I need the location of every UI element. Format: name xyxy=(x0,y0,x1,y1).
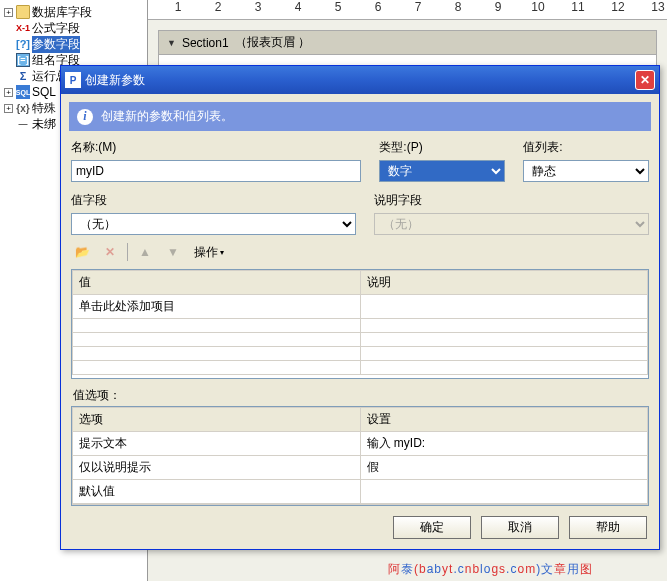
section-description: （报表页眉 ） xyxy=(235,34,310,51)
tree-item-label: 特殊 xyxy=(32,100,56,117)
tree-item-label: 未绑 xyxy=(32,116,56,133)
tree-item-label: 公式字段 xyxy=(32,20,80,37)
add-item-placeholder[interactable]: 单击此处添加项目 xyxy=(73,295,361,319)
sigma-icon: Σ xyxy=(16,69,30,83)
valuefield-select[interactable]: （无） xyxy=(71,213,356,235)
section-header[interactable]: ▼ Section1 （报表页眉 ） xyxy=(159,31,656,55)
expand-icon[interactable]: + xyxy=(4,104,13,113)
tree-item-label: 数据库字段 xyxy=(32,4,92,21)
option-row[interactable]: 提示文本输入 myID: xyxy=(73,432,648,456)
values-grid[interactable]: 值 说明 单击此处添加项目 xyxy=(71,269,649,379)
info-banner: i 创建新的参数和值列表。 xyxy=(69,102,651,131)
value-options-label: 值选项： xyxy=(61,379,659,406)
formula-icon: X-1 xyxy=(16,21,30,35)
help-button[interactable]: 帮助 xyxy=(569,516,647,539)
database-icon xyxy=(16,5,30,19)
dialog-titlebar[interactable]: P 创建新参数 ✕ xyxy=(61,66,659,94)
col-header-value[interactable]: 值 xyxy=(73,271,361,295)
folder-open-icon: 📂 xyxy=(75,245,90,259)
name-input[interactable] xyxy=(71,160,361,182)
tree-item-formula-fields[interactable]: X-1 公式字段 xyxy=(2,20,145,36)
section-name: Section1 xyxy=(182,36,229,50)
type-select[interactable]: 数字 xyxy=(379,160,505,182)
delete-button: ✕ xyxy=(99,241,121,263)
expand-icon[interactable]: + xyxy=(4,8,13,17)
create-parameter-dialog: P 创建新参数 ✕ i 创建新的参数和值列表。 名称:(M) 类型:(P) 数字… xyxy=(60,65,660,550)
close-button[interactable]: ✕ xyxy=(635,70,655,90)
cancel-button[interactable]: 取消 xyxy=(481,516,559,539)
col-header-setting[interactable]: 设置 xyxy=(360,408,648,432)
col-header-description[interactable]: 说明 xyxy=(360,271,648,295)
ok-button[interactable]: 确定 xyxy=(393,516,471,539)
arrow-down-icon: ▼ xyxy=(167,245,179,259)
arrow-up-icon: ▲ xyxy=(139,245,151,259)
descfield-label: 说明字段 xyxy=(374,192,649,209)
valuelist-label: 值列表: xyxy=(523,139,649,156)
special-icon: {x} xyxy=(16,101,30,115)
group-icon: [=] xyxy=(16,53,30,67)
options-grid[interactable]: 选项 设置 提示文本输入 myID: 仅以说明提示假 默认值 允许自定义值真 允… xyxy=(71,406,649,506)
unbound-icon: — xyxy=(16,117,30,131)
descfield-select: （无） xyxy=(374,213,649,235)
parameter-icon: [?] xyxy=(16,37,30,51)
dialog-button-bar: 确定 取消 帮助 xyxy=(61,506,659,549)
valuelist-select[interactable]: 静态 xyxy=(523,160,649,182)
expand-icon[interactable]: + xyxy=(4,88,13,97)
move-down-button: ▼ xyxy=(162,241,184,263)
action-dropdown[interactable]: 操作 ▾ xyxy=(190,242,228,263)
option-row[interactable]: 允许自定义值真 xyxy=(73,504,648,507)
tree-item-db-fields[interactable]: + 数据库字段 xyxy=(2,4,145,20)
dialog-icon: P xyxy=(65,72,81,88)
watermark-text: 阿泰(babyt.cnblogs.com)文章用图 xyxy=(388,561,593,578)
option-row[interactable]: 默认值 xyxy=(73,480,648,504)
open-button[interactable]: 📂 xyxy=(71,241,93,263)
collapse-arrow-icon[interactable]: ▼ xyxy=(167,38,176,48)
tree-item-label: SQL xyxy=(32,85,56,99)
horizontal-ruler: 12345678910111213 xyxy=(148,0,667,20)
info-icon: i xyxy=(77,109,93,125)
delete-icon: ✕ xyxy=(105,245,115,259)
col-header-option[interactable]: 选项 xyxy=(73,408,361,432)
tree-item-label: 参数字段 xyxy=(32,36,80,53)
info-text: 创建新的参数和值列表。 xyxy=(101,108,233,125)
sql-icon: SQL xyxy=(16,85,30,99)
action-label: 操作 xyxy=(194,244,218,261)
name-label: 名称:(M) xyxy=(71,139,361,156)
chevron-down-icon: ▾ xyxy=(220,248,224,257)
tree-item-parameter-fields[interactable]: [?] 参数字段 xyxy=(2,36,145,52)
move-up-button: ▲ xyxy=(134,241,156,263)
option-row[interactable]: 仅以说明提示假 xyxy=(73,456,648,480)
type-label: 类型:(P) xyxy=(379,139,505,156)
values-toolbar: 📂 ✕ ▲ ▼ 操作 ▾ xyxy=(61,235,659,269)
grid-cell[interactable] xyxy=(360,295,648,319)
dialog-title: 创建新参数 xyxy=(85,72,145,89)
valuefield-label: 值字段 xyxy=(71,192,356,209)
